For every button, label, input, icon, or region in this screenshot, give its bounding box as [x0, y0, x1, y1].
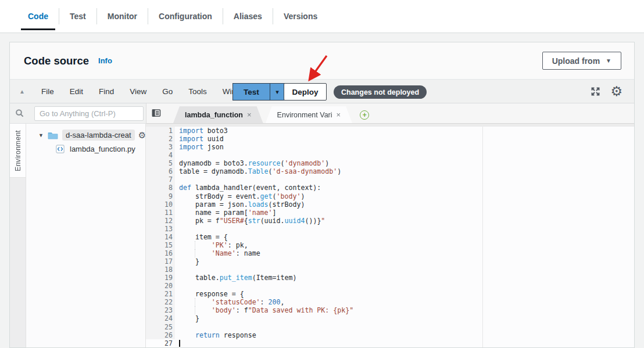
- close-icon[interactable]: ×: [247, 110, 252, 119]
- fullscreen-icon[interactable]: [590, 86, 601, 97]
- code-line: 22 'statusCode': 200,: [146, 298, 634, 306]
- panel-title: Code source: [24, 55, 89, 67]
- environment-strip: Environment: [10, 124, 26, 347]
- test-dropdown-caret[interactable]: ▾: [270, 83, 285, 101]
- folder-name: d-saa-lambda-creat: [62, 130, 135, 141]
- tab-test[interactable]: Test: [59, 0, 96, 33]
- editor-tab-bar: lambda_function×Environment Vari×+: [146, 103, 634, 124]
- code-line: 14 item = {: [146, 233, 634, 241]
- environment-side-tab[interactable]: Environment: [10, 124, 26, 178]
- code-line-content: [175, 266, 179, 274]
- line-number: 16: [146, 249, 175, 257]
- line-number: 12: [146, 217, 175, 225]
- code-line: 7: [146, 175, 634, 184]
- code-line: 21 response = {: [146, 290, 634, 298]
- editor-tab-environment-vari[interactable]: Environment Vari×: [266, 106, 353, 123]
- editor-settings-gear-icon[interactable]: ⚙: [610, 85, 622, 98]
- upload-from-button[interactable]: Upload from ▼: [542, 52, 621, 70]
- line-number: 26: [146, 331, 175, 339]
- tab-code[interactable]: Code: [17, 0, 59, 33]
- file-name: lambda_function.py: [70, 145, 135, 153]
- file-tree: ▼ d-saa-lambda-creat ⚙ ▼: [26, 124, 146, 347]
- tree-folder-row[interactable]: ▼ d-saa-lambda-creat ⚙ ▼: [26, 129, 145, 141]
- code-line-content: param = json.loads(strBody): [175, 200, 305, 209]
- editor-workspace: lambda_function×Environment Vari×+ Envir…: [10, 103, 634, 347]
- code-source-panel: Code source Info Upload from ▼ ▲ FileEdi…: [9, 42, 635, 348]
- code-line-content: name = param['name']: [175, 209, 277, 217]
- code-line: 26 return response: [146, 331, 634, 339]
- menu-item-file[interactable]: File: [41, 87, 54, 96]
- close-icon[interactable]: ×: [337, 110, 341, 119]
- test-split-button[interactable]: Test ▾: [232, 83, 285, 101]
- search-icon[interactable]: [15, 108, 25, 121]
- code-line-content: }: [175, 257, 199, 266]
- info-link[interactable]: Info: [98, 56, 112, 65]
- tree-settings-gear-icon[interactable]: ⚙: [138, 131, 146, 139]
- tab-aliases[interactable]: Aliases: [223, 0, 273, 33]
- line-number: 18: [146, 266, 175, 274]
- line-number: 27: [146, 339, 175, 347]
- collapse-panel-icon[interactable]: ▲: [19, 88, 25, 95]
- code-line: 6table = dynamodb.Table('d-saa-dynamodb'…: [146, 167, 634, 175]
- text-cursor: [179, 340, 180, 347]
- menu-item-view[interactable]: View: [130, 87, 146, 96]
- code-line-content: [175, 323, 179, 331]
- line-number: 23: [146, 306, 175, 314]
- menu-item-go[interactable]: Go: [162, 87, 173, 96]
- tab-configuration[interactable]: Configuration: [148, 0, 223, 33]
- code-line: 1import boto3: [146, 127, 634, 135]
- code-line: 5dynamodb = boto3.resource('dynamodb'): [146, 159, 634, 167]
- code-line-content: [175, 339, 180, 347]
- goto-anything-input[interactable]: [34, 106, 144, 121]
- code-line: 23 'body': f"Data saved with PK: {pk}": [146, 306, 634, 314]
- line-number: 15: [146, 241, 175, 249]
- code-line: 9 strBody = event.get('body'): [146, 192, 634, 200]
- tree-file-row[interactable]: lambda_function.py: [26, 143, 145, 155]
- line-number: 4: [146, 151, 175, 159]
- code-line: 19 table.put_item(Item=item): [146, 274, 634, 282]
- code-line-content: [175, 151, 179, 159]
- code-line: 16 'Name': name: [146, 249, 634, 257]
- tab-list-icon[interactable]: [152, 109, 162, 120]
- line-number: 1: [146, 127, 175, 135]
- line-number: 10: [146, 200, 175, 209]
- deploy-button[interactable]: Deploy: [284, 83, 327, 101]
- code-line-content: }: [175, 314, 199, 322]
- line-number: 22: [146, 298, 175, 306]
- code-line-content: 'body': f"Data saved with PK: {pk}": [175, 306, 353, 314]
- code-line-content: import boto3: [175, 127, 228, 135]
- tab-monitor[interactable]: Monitor: [97, 0, 148, 33]
- code-line-content: [175, 282, 179, 290]
- code-line: 20: [146, 282, 634, 290]
- code-line: 25: [146, 323, 634, 331]
- code-line: 3import json: [146, 143, 634, 151]
- line-number: 7: [146, 175, 175, 184]
- menu-items: FileEditFindViewGoToolsWindow: [41, 87, 251, 96]
- tab-versions[interactable]: Versions: [273, 0, 328, 33]
- code-line: 17 }: [146, 257, 634, 266]
- code-lines[interactable]: 1import boto32import uuid3import json45d…: [146, 127, 634, 347]
- new-tab-icon[interactable]: +: [360, 110, 369, 120]
- menu-item-edit[interactable]: Edit: [70, 87, 83, 96]
- line-number: 11: [146, 209, 175, 217]
- line-number: 21: [146, 290, 175, 298]
- code-line-content: 'Name': name: [175, 249, 260, 257]
- test-button[interactable]: Test: [232, 83, 270, 101]
- goto-anything-bar: [10, 103, 146, 124]
- editor-tab-lambda-function[interactable]: lambda_function×: [173, 106, 263, 123]
- folder-expand-caret-icon[interactable]: ▼: [38, 132, 44, 138]
- menu-item-find[interactable]: Find: [99, 87, 114, 96]
- environment-label: Environment: [14, 130, 22, 171]
- line-number: 5: [146, 159, 175, 167]
- editor-tab-label: lambda_function: [185, 111, 243, 119]
- function-tabs: CodeTestMonitorConfigurationAliasesVersi…: [0, 0, 644, 33]
- code-line-content: 'statusCode': 200,: [175, 298, 285, 306]
- code-source-header: Code source Info Upload from ▼: [10, 42, 634, 80]
- line-number: 17: [146, 257, 175, 266]
- menu-item-tools[interactable]: Tools: [188, 87, 207, 96]
- chevron-down-icon: ▼: [606, 58, 611, 64]
- code-line-content: table.put_item(Item=item): [175, 274, 296, 282]
- line-number: 14: [146, 233, 175, 241]
- code-line: 18: [146, 266, 634, 274]
- code-line: 13: [146, 225, 634, 233]
